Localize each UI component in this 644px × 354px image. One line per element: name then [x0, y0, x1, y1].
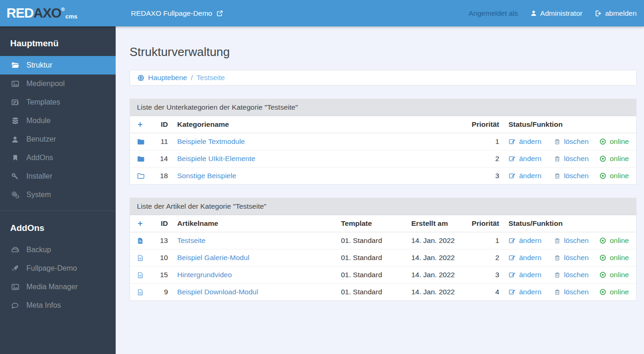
delete-button[interactable]: löschen — [554, 155, 599, 163]
online-status-button[interactable]: online — [599, 254, 629, 262]
folder-open-icon — [11, 61, 19, 69]
logo-cms: cms — [65, 13, 77, 19]
sidebar-item-fullpage-demo[interactable]: Fullpage-Demo — [0, 259, 116, 278]
sidebar-item-struktur[interactable]: Struktur — [0, 56, 116, 75]
dot-circle-icon — [599, 271, 607, 279]
article-created: 14. Jan. 2022 — [407, 232, 466, 249]
file-outline-icon[interactable] — [137, 272, 148, 279]
category-link[interactable]: Beispiele Textmodule — [177, 137, 245, 145]
delete-button[interactable]: löschen — [554, 254, 599, 262]
table-row: 15 Hintergrundvideo 01. Standard 14. Jan… — [130, 267, 636, 284]
sign-out-icon — [594, 10, 602, 17]
edit-button[interactable]: ändern — [508, 271, 554, 279]
sidebar-item-backup[interactable]: Backup — [0, 241, 116, 259]
article-link[interactable]: Hintergrundvideo — [177, 271, 232, 279]
articles-panel: Liste der Artikel der Kategorie "Testsei… — [130, 198, 637, 301]
rocket-icon — [11, 265, 19, 273]
column-header-template: Template — [336, 215, 407, 232]
image-icon — [11, 80, 19, 88]
folder-solid-icon[interactable] — [137, 138, 148, 146]
delete-button[interactable]: löschen — [554, 172, 599, 180]
online-status-button[interactable]: online — [599, 271, 629, 279]
main-content: Strukturverwaltung Hauptebene / Testseit… — [116, 26, 644, 354]
folder-outline-icon[interactable] — [137, 172, 148, 180]
online-status-button[interactable]: online — [599, 236, 629, 245]
sidebar-item-medienpool[interactable]: Medienpool — [0, 75, 116, 93]
edit-button[interactable]: ändern — [508, 288, 554, 296]
hdd-icon — [11, 246, 19, 254]
edit-icon — [508, 172, 516, 180]
online-status-button[interactable]: online — [599, 155, 629, 163]
sidebar-item-media-manager[interactable]: Media Manager — [0, 278, 116, 296]
article-link[interactable]: Beispiel Download-Modul — [177, 288, 258, 296]
bookmark-icon — [11, 154, 19, 161]
online-status-button[interactable]: online — [599, 137, 629, 146]
sidebar-item-addons[interactable]: AddOns — [0, 149, 116, 167]
file-outline-icon[interactable] — [137, 289, 148, 296]
table-row: 18 Sonstige Beispiele 3 ändern löschen o… — [130, 168, 636, 185]
breadcrumb-current[interactable]: Testseite — [197, 74, 225, 82]
categories-panel-title: Liste der Unterkategorien der Kategorie … — [130, 99, 636, 116]
article-id: 10 — [152, 249, 173, 267]
category-link[interactable]: Sonstige Beispiele — [177, 172, 236, 180]
logout-button[interactable]: abmelden — [594, 9, 637, 18]
edit-button[interactable]: ändern — [508, 137, 554, 146]
sidebar-item-label: Benutzer — [26, 135, 56, 143]
sidebar: Hauptmenü Struktur Medienpool Templates … — [0, 26, 116, 354]
category-id: 11 — [152, 133, 173, 150]
table-header-row: ID Kategoriename Priorität Status/Funkti… — [130, 116, 636, 133]
table-row: 10 Beispiel Galerie-Modul 01. Standard 1… — [130, 249, 636, 267]
add-category-button[interactable] — [137, 121, 148, 128]
delete-button[interactable]: löschen — [554, 236, 599, 245]
edit-button[interactable]: ändern — [508, 254, 554, 262]
sidebar-item-installer[interactable]: Installer — [0, 167, 116, 186]
delete-button[interactable]: löschen — [554, 137, 599, 146]
file-solid-icon[interactable] — [137, 237, 148, 244]
article-template: 01. Standard — [336, 267, 407, 284]
sidebar-item-label: AddOns — [26, 154, 53, 162]
key-icon — [11, 173, 19, 180]
file-outline-icon[interactable] — [137, 255, 148, 261]
dot-circle-icon — [599, 237, 607, 244]
edit-button[interactable]: ändern — [508, 236, 554, 245]
article-template: 01. Standard — [336, 232, 407, 249]
category-priority: 3 — [466, 168, 504, 185]
edit-button[interactable]: ändern — [508, 155, 554, 163]
sidebar-item-module[interactable]: Module — [0, 112, 116, 130]
trash-icon — [554, 237, 561, 244]
breadcrumb-root[interactable]: Hauptebene — [137, 74, 187, 82]
sidebar-item-system[interactable]: System — [0, 186, 116, 204]
cogs-icon — [11, 191, 19, 199]
article-created: 14. Jan. 2022 — [407, 267, 466, 284]
sidebar-item-label: System — [26, 191, 51, 199]
breadcrumb-separator: / — [191, 74, 192, 82]
user-menu[interactable]: Administrator — [530, 9, 582, 18]
logged-in-as-label: Angemeldet als — [469, 9, 518, 18]
category-link[interactable]: Beispiele UIkit-Elemente — [177, 155, 255, 162]
delete-button[interactable]: löschen — [554, 271, 599, 279]
globe-icon — [137, 74, 145, 82]
edit-button[interactable]: ändern — [508, 172, 554, 180]
online-status-button[interactable]: online — [599, 288, 629, 296]
delete-button[interactable]: löschen — [554, 288, 599, 296]
article-link[interactable]: Testseite — [177, 236, 205, 244]
folder-solid-icon[interactable] — [137, 155, 148, 163]
sidebar-item-meta-infos[interactable]: Meta Infos — [0, 296, 116, 315]
article-link[interactable]: Beispiel Galerie-Modul — [177, 254, 249, 261]
add-article-button[interactable] — [137, 220, 148, 227]
column-header-status: Status/Funktion — [504, 215, 636, 232]
redaxo-logo[interactable]: REDAXO®cms — [0, 0, 116, 26]
trash-icon — [554, 155, 561, 162]
site-link[interactable]: REDAXO Fullpage-Demo — [131, 9, 223, 18]
online-status-button[interactable]: online — [599, 172, 629, 180]
column-header-name: Artikelname — [173, 215, 336, 232]
sidebar-item-templates[interactable]: Templates — [0, 93, 116, 112]
category-priority: 1 — [466, 133, 504, 150]
user-icon — [530, 10, 537, 17]
sidebar-item-benutzer[interactable]: Benutzer — [0, 130, 116, 149]
sidebar-main-title: Hauptmenü — [0, 26, 116, 56]
breadcrumb: Hauptebene / Testseite — [130, 70, 637, 86]
sidebar-item-label: Templates — [26, 98, 60, 106]
article-created: 14. Jan. 2022 — [407, 284, 466, 301]
articles-panel-title: Liste der Artikel der Kategorie "Testsei… — [130, 198, 636, 215]
